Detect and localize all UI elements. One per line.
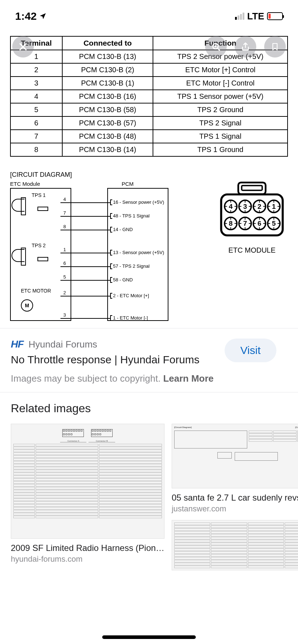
close-button[interactable] [12, 36, 34, 58]
svg-text:1: 1 [272, 203, 276, 210]
pin-number: 8 [63, 224, 66, 229]
svg-rect-3 [242, 185, 262, 190]
related-thumb[interactable]: [Circuit Diagram][Connection Information… [172, 424, 298, 514]
etc-motor-label: ETC MOTOR [21, 288, 51, 294]
bookmark-icon [271, 42, 279, 52]
motor-symbol: M [21, 299, 33, 312]
battery-icon [267, 12, 283, 20]
close-icon [18, 42, 28, 52]
related-section: Related images Connector AConnector B 20… [0, 392, 298, 570]
pcm-pin-label: 1 - ETC Motor [-] [113, 315, 148, 321]
status-time: 1:42 [15, 10, 37, 22]
share-icon [240, 41, 250, 52]
pin-number: 1 [63, 247, 66, 252]
etc-connector: 43218765 ETC MODULE [216, 181, 288, 254]
svg-text:2: 2 [258, 203, 262, 210]
svg-point-1 [215, 45, 216, 47]
pcm-label: PCM [122, 181, 134, 187]
table-row: 8PCM C130-B (14)TPS 1 Ground [10, 143, 288, 156]
pcm-pin-label: 58 - GND [113, 277, 133, 282]
pcm-pin-label: 14 - GND [113, 227, 133, 232]
related-thumb[interactable] [172, 520, 298, 570]
home-indicator[interactable] [102, 635, 196, 639]
share-button[interactable] [235, 36, 256, 58]
location-icon [39, 12, 47, 20]
signal-icon [235, 13, 244, 20]
pcm-pin-label: 57 - TPS 2 Signal [113, 263, 150, 269]
pin-number: 7 [63, 210, 66, 216]
learn-more-link[interactable]: Learn More [163, 373, 213, 384]
table-row: 7PCM C130-B (48)TPS 1 Signal [10, 130, 288, 143]
tps2-label: TPS 2 [32, 243, 46, 248]
svg-rect-2 [238, 183, 266, 194]
table-row: 2PCM C130-B (2)ETC Motor [+] Control [10, 63, 288, 77]
pcm-pin-label: 2 - ETC Motor [+] [113, 293, 149, 298]
circuit-diagram: [CIRCUIT DIAGRAM] ETC Module PCM TPS 1 T… [10, 171, 288, 325]
related-heading: Related images [11, 402, 287, 415]
svg-text:4: 4 [229, 203, 233, 210]
circuit-title: [CIRCUIT DIAGRAM] [10, 171, 288, 179]
tps1-label: TPS 1 [32, 192, 46, 198]
connector-label: ETC MODULE [216, 246, 288, 254]
thumb-title: 2009 SF Limited Radio Harness (Pion… [11, 543, 164, 553]
table-row: 5PCM C130-B (58)TPS 2 Ground [10, 103, 288, 116]
thumb-image [172, 520, 298, 570]
svg-text:7: 7 [243, 220, 247, 227]
related-thumb[interactable]: Connector AConnector B 2009 SF Limited R… [11, 424, 164, 570]
thumb-image: [Circuit Diagram][Connection Information… [172, 424, 298, 488]
pin-number: 4 [63, 197, 66, 202]
svg-text:3: 3 [243, 203, 247, 210]
lens-icon [211, 41, 221, 52]
thumb-image: Connector AConnector B [11, 424, 164, 539]
image-viewer[interactable]: Terminal Connected to Function 1PCM C130… [0, 29, 298, 328]
pcm-pin-label: 48 - TPS 1 Signal [113, 213, 150, 218]
table-row: 4PCM C130-B (16)TPS 1 Sensor power (+5V) [10, 90, 288, 103]
visit-button[interactable]: Visit [225, 339, 276, 362]
thumb-source: justanswer.com [172, 504, 298, 514]
etc-module-label: ETC Module [10, 181, 40, 187]
svg-text:5: 5 [272, 220, 276, 227]
pin-number: 2 [63, 290, 66, 295]
pcm-pin-label: 16 - Sensor power (+5V) [113, 199, 164, 205]
image-info-panel: Visit HF Hyundai Forums No Throttle resp… [0, 328, 298, 392]
source-logo: HF [11, 339, 23, 350]
pin-number: 3 [63, 312, 66, 318]
source-name: Hyundai Forums [28, 339, 97, 350]
table-row: 3PCM C130-B (1)ETC Motor [-] Control [10, 77, 288, 90]
thumb-title: 05 santa fe 2.7 L car sudenly revs hig… [172, 493, 298, 503]
status-bar: 1:42 LTE [0, 0, 298, 29]
svg-text:8: 8 [229, 220, 233, 227]
lens-button[interactable] [205, 36, 227, 58]
table-row: 6PCM C130-B (57)TPS 2 Signal [10, 116, 288, 130]
bookmark-button[interactable] [264, 36, 286, 58]
pin-number: 6 [63, 261, 66, 266]
svg-text:6: 6 [258, 220, 262, 227]
thumb-source: hyundai-forums.com [11, 555, 164, 564]
copyright-text: Images may be subject to copyright. Lear… [11, 373, 287, 384]
network-label: LTE [247, 11, 264, 22]
pin-number: 5 [63, 274, 66, 280]
pcm-pin-label: 13 - Sensor power (+5V) [113, 250, 164, 255]
